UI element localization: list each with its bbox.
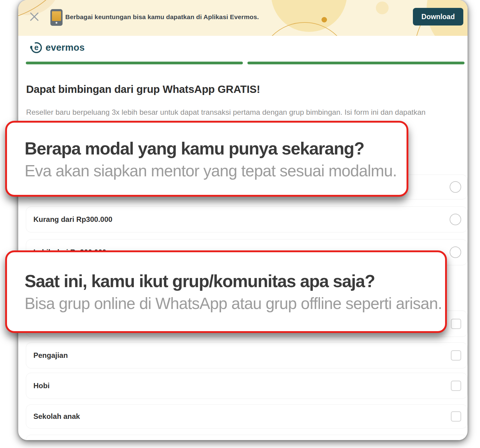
svg-text:e: e	[34, 43, 39, 52]
callout-question-subtitle: Bisa grup online di WhatsApp atau grup o…	[25, 294, 445, 313]
zoom-callout-capital-question: Berapa modal yang kamu punya sekarang? E…	[5, 121, 408, 197]
checkbox-option-label: Pengajian	[33, 351, 68, 360]
form-title: Dapat bimbingan dari grup WhatsApp GRATI…	[26, 83, 260, 95]
mobile-phone-icon	[50, 9, 63, 26]
checkbox-icon[interactable]	[451, 411, 461, 422]
checkbox-option-label: Sekolah anak	[33, 412, 80, 421]
radio-icon[interactable]	[450, 214, 461, 225]
decor-circle	[376, 2, 389, 14]
checkbox-icon[interactable]	[451, 319, 461, 329]
evermos-logo-mark-icon: e	[30, 41, 43, 55]
close-icon[interactable]	[29, 12, 39, 22]
checkbox-option-label: Hobi	[33, 382, 49, 390]
checkbox-option-card[interactable]: Sekolah anak	[26, 404, 468, 429]
checkbox-option-card[interactable]: Pengajian	[26, 342, 468, 368]
radio-icon[interactable]	[450, 246, 461, 258]
download-button[interactable]: Download	[413, 8, 463, 25]
callout-question-subtitle: Eva akan siapkan mentor yang tepat sesua…	[25, 161, 407, 180]
app-download-banner: Berbagai keuntungan bisa kamu dapatkan d…	[18, 0, 468, 36]
radio-icon[interactable]	[450, 181, 461, 193]
decor-dot	[322, 17, 327, 22]
callout-question-title: Saat ini, kamu ikut grup/komunitas apa s…	[25, 271, 445, 291]
zoom-callout-community-question: Saat ini, kamu ikut grup/komunitas apa s…	[5, 250, 447, 333]
phone-screen	[52, 11, 61, 21]
evermos-logo-text: evermos	[46, 42, 85, 53]
decor-ring	[258, 22, 351, 36]
radio-option-label: Kurang dari Rp300.000	[33, 215, 112, 224]
checkbox-icon[interactable]	[451, 350, 461, 361]
progress-segment-2	[247, 62, 465, 64]
checkbox-option-card[interactable]	[26, 435, 468, 440]
progress-segment-1	[26, 62, 243, 64]
evermos-logo: e evermos	[30, 41, 85, 55]
checkbox-option-card[interactable]: Hobi	[26, 373, 468, 399]
radio-option-card[interactable]: Kurang dari Rp300.000	[26, 206, 468, 232]
callout-question-title: Berapa modal yang kamu punya sekarang?	[25, 138, 407, 158]
phone-home-button	[56, 22, 57, 24]
evermos-form-page: Berbagai keuntungan bisa kamu dapatkan d…	[18, 0, 468, 440]
checkbox-icon[interactable]	[451, 381, 461, 391]
banner-message: Berbagai keuntungan bisa kamu dapatkan d…	[65, 13, 259, 21]
screen: Berbagai keuntungan bisa kamu dapatkan d…	[0, 0, 480, 448]
